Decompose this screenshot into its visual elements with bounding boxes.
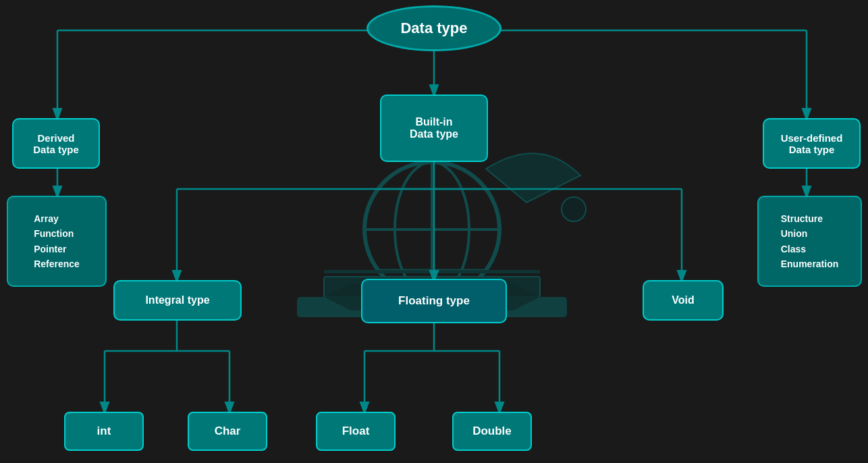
float-label: Float xyxy=(342,425,370,438)
int-node: int xyxy=(64,412,144,451)
user-defined-label: User-definedData type xyxy=(781,132,843,155)
derived-list-label: ArrayFunctionPointerReference xyxy=(34,211,80,272)
char-label: Char xyxy=(215,425,241,438)
user-defined-node: User-definedData type xyxy=(763,118,861,169)
user-defined-list-label: StructureUnionClassEnumeration xyxy=(781,211,839,272)
double-node: Double xyxy=(452,412,532,451)
derived-list-node: ArrayFunctionPointerReference xyxy=(7,196,107,287)
svg-point-1 xyxy=(395,162,469,297)
user-defined-list-node: StructureUnionClassEnumeration xyxy=(757,196,862,287)
int-label: int xyxy=(97,425,111,438)
built-in-label: Built-inData type xyxy=(410,116,458,140)
floating-type-label: Floating type xyxy=(398,294,470,308)
floating-type-node: Floating type xyxy=(361,279,507,323)
built-in-node: Built-inData type xyxy=(380,94,488,162)
derived-node: DerivedData type xyxy=(12,118,100,169)
integral-type-label: Integral type xyxy=(145,294,209,306)
integral-type-node: Integral type xyxy=(113,280,242,321)
diagram: Data type Built-inData type DerivedData … xyxy=(0,0,868,463)
svg-point-10 xyxy=(562,197,586,221)
svg-rect-7 xyxy=(324,270,540,273)
void-node: Void xyxy=(643,280,724,321)
svg-point-0 xyxy=(364,162,499,297)
double-label: Double xyxy=(472,425,512,438)
data-type-node: Data type xyxy=(367,5,501,51)
char-node: Char xyxy=(188,412,267,451)
void-label: Void xyxy=(672,294,694,306)
float-node: Float xyxy=(316,412,396,451)
data-type-label: Data type xyxy=(400,20,467,37)
derived-label: DerivedData type xyxy=(33,132,79,155)
